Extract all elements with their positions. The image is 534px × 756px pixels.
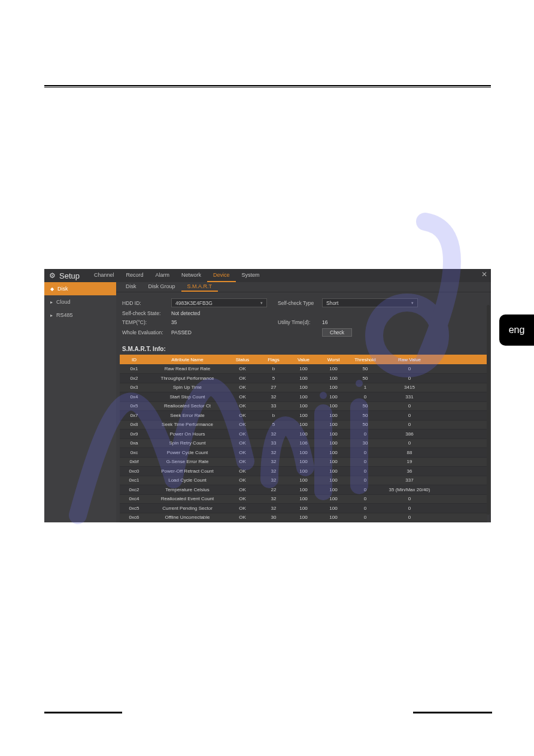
table-cell: 100 (318, 364, 348, 374)
check-button[interactable]: Check (322, 328, 352, 337)
table-row[interactable]: 0xc6Offline UncorrectableOK3010010000 (120, 513, 487, 522)
gear-icon: ⚙ (49, 271, 56, 280)
sidebar-item-label: Disk (57, 286, 68, 292)
table-row[interactable]: 0xc5Current Pending SectorOK3210010000 (120, 504, 487, 513)
table-cell: 0 (348, 494, 382, 504)
topnav-item-alarm[interactable]: Alarm (150, 269, 176, 282)
table-cell: 106 (289, 439, 318, 448)
table-cell: 100 (318, 476, 348, 485)
page-bottom-rule-left (44, 712, 122, 713)
table-cell: Reallocated Event Count (148, 494, 226, 504)
table-cell: Power Cycle Count (148, 448, 226, 458)
scrollbar[interactable] (487, 305, 490, 515)
table-cell: Seek Error Rate (148, 411, 226, 421)
table-cell: 32 (259, 430, 289, 439)
table-cell: Temperature Celsius (148, 485, 226, 495)
table-cell: 100 (289, 430, 318, 439)
smart-header: Value (289, 355, 318, 364)
topnav-item-device[interactable]: Device (207, 269, 236, 282)
table-cell: 100 (289, 476, 318, 485)
table-cell: 3415 (382, 383, 437, 392)
selfcheck-state-label: Self-check State: (122, 310, 171, 316)
form-area: HDD ID: 4983K3E4FB3G ▾ Self-check Type S… (116, 292, 491, 342)
table-row[interactable]: 0x3Spin Up TimeOK2710010013415 (120, 383, 487, 392)
table-cell (437, 401, 487, 411)
subtab-disk[interactable]: Disk (120, 282, 142, 292)
smart-header: Worst (318, 355, 348, 364)
topnav-item-system[interactable]: System (236, 269, 266, 282)
table-cell: 386 (382, 430, 437, 439)
table-cell: Offline Uncorrectable (148, 513, 226, 522)
table-cell: 27 (259, 383, 289, 392)
table-cell: OK (226, 494, 259, 504)
sidebar-item-label: Cloud (56, 299, 71, 305)
sidebar-item-cloud[interactable]: ▸Cloud (44, 295, 116, 309)
table-cell (437, 364, 487, 374)
table-cell: 100 (318, 401, 348, 411)
table-row[interactable]: 0x1Raw Read Error RateOKb100100500 (120, 364, 487, 374)
table-cell (437, 467, 487, 476)
language-badge[interactable]: eng (499, 315, 534, 346)
table-cell: 0 (382, 364, 437, 374)
table-cell: Load Cycle Count (148, 476, 226, 485)
table-cell: 0xc0 (120, 467, 148, 476)
table-cell: b (259, 411, 289, 421)
table-row[interactable]: 0x8Seek Time PerformanceOK5100100500 (120, 420, 487, 430)
table-row[interactable]: 0x4Start Stop CountOK321001000331 (120, 392, 487, 402)
hdd-id-label: HDD ID: (122, 300, 171, 306)
table-row[interactable]: 0x2Throughput PerformanceOK5100100500 (120, 374, 487, 383)
hdd-id-dropdown[interactable]: 4983K3E4FB3G ▾ (171, 298, 267, 307)
table-cell: OK (226, 467, 259, 476)
table-cell: 50 (348, 374, 382, 383)
table-row[interactable]: 0xc0Power-Off Retract CountOK32100100036 (120, 467, 487, 476)
table-row[interactable]: 0xc1Load Cycle CountOK321001000337 (120, 476, 487, 485)
table-cell: 0 (382, 411, 437, 421)
top-nav: ChannelRecordAlarmNetworkDeviceSystem (88, 269, 266, 282)
table-row[interactable]: 0x9Power On HoursOK321001000386 (120, 430, 487, 439)
table-cell: 88 (382, 448, 437, 458)
table-cell: 30 (259, 513, 289, 522)
subtab-s-m-a-r-t[interactable]: S.M.A.R.T (181, 282, 219, 292)
table-cell (437, 513, 487, 522)
table-cell: Current Pending Sector (148, 504, 226, 513)
table-row[interactable]: 0xaSpin Retry CountOK33106100300 (120, 439, 487, 448)
table-cell: 100 (289, 364, 318, 374)
selfcheck-type-dropdown[interactable]: Short ▾ (322, 298, 418, 307)
table-cell: G-Sense Error Rate (148, 457, 226, 467)
table-row[interactable]: 0x7Seek Error RateOKb100100500 (120, 411, 487, 421)
whole-eval-value: PASSED (171, 329, 267, 335)
topnav-item-network[interactable]: Network (175, 269, 207, 282)
diamond-icon: ◆ (50, 286, 54, 292)
table-cell: 50 (348, 401, 382, 411)
table-cell: OK (226, 411, 259, 421)
table-row[interactable]: 0x5Reallocated Sector CtOK33100100500 (120, 401, 487, 411)
table-cell: 0 (348, 467, 382, 476)
subtab-disk-group[interactable]: Disk Group (142, 282, 181, 292)
temp-label: TEMP(°C): (122, 319, 171, 325)
smart-header (437, 355, 487, 364)
table-row[interactable]: 0xc4Reallocated Event CountOK3210010000 (120, 494, 487, 504)
sidebar-item-disk[interactable]: ◆Disk (44, 282, 116, 295)
table-cell: Reallocated Sector Ct (148, 401, 226, 411)
temp-value: 35 (171, 319, 267, 325)
table-cell: 32 (259, 392, 289, 402)
smart-table: IDAttribute NameStatusFlagsValueWorstThr… (120, 355, 487, 522)
smart-header: ID (120, 355, 148, 364)
table-cell: 100 (318, 467, 348, 476)
table-row[interactable]: 0xbfG-Sense Error RateOK32100100019 (120, 457, 487, 467)
table-cell: 0x5 (120, 401, 148, 411)
table-cell (437, 494, 487, 504)
table-cell: 0x1 (120, 364, 148, 374)
topnav-item-channel[interactable]: Channel (88, 269, 120, 282)
table-cell: OK (226, 485, 259, 495)
table-cell (437, 383, 487, 392)
table-cell: 100 (318, 392, 348, 402)
topnav-item-record[interactable]: Record (120, 269, 150, 282)
table-row[interactable]: 0xcPower Cycle CountOK32100100088 (120, 448, 487, 458)
table-cell: 50 (348, 420, 382, 430)
close-icon[interactable]: ✕ (481, 270, 487, 279)
table-cell: 100 (318, 504, 348, 513)
sidebar-item-rs485[interactable]: ▸RS485 (44, 309, 116, 322)
table-cell (437, 457, 487, 467)
table-row[interactable]: 0xc2Temperature CelsiusOK22100100035 (Mi… (120, 485, 487, 495)
